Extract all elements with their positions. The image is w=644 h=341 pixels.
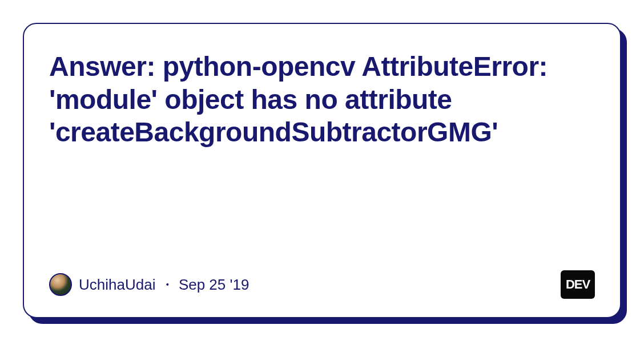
post-title: Answer: python-opencv AttributeError: 'm… bbox=[49, 50, 595, 149]
post-date: Sep 25 '19 bbox=[179, 276, 249, 293]
author-avatar bbox=[49, 273, 72, 296]
social-card: Answer: python-opencv AttributeError: 'm… bbox=[23, 23, 621, 318]
dev-logo-badge: DEV bbox=[561, 270, 595, 299]
card-body: Answer: python-opencv AttributeError: 'm… bbox=[23, 23, 621, 318]
author-meta: UchihaUdai ・ Sep 25 '19 bbox=[79, 275, 249, 295]
author-name: UchihaUdai bbox=[79, 276, 155, 293]
card-footer: UchihaUdai ・ Sep 25 '19 DEV bbox=[49, 270, 595, 299]
author-row: UchihaUdai ・ Sep 25 '19 bbox=[49, 273, 249, 296]
separator-dot: ・ bbox=[160, 276, 175, 293]
